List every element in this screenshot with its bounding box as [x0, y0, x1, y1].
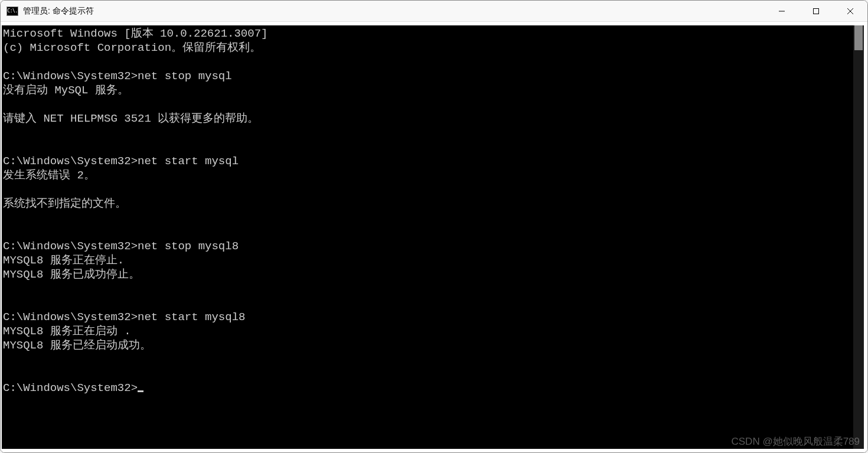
terminal-line: MYSQL8 服务正在停止.	[3, 253, 853, 268]
terminal-line: 没有启动 MySQL 服务。	[3, 83, 853, 97]
terminal-line	[3, 353, 853, 367]
titlebar[interactable]: C:\. 管理员: 命令提示符	[1, 1, 867, 22]
terminal-line: MYSQL8 服务正在启动 .	[3, 324, 853, 338]
terminal-line: Microsoft Windows [版本 10.0.22621.3007]	[3, 27, 853, 41]
terminal-line	[3, 211, 853, 225]
terminal-line: MYSQL8 服务已经启动成功。	[3, 338, 853, 353]
terminal-line	[3, 97, 853, 112]
maximize-icon	[812, 8, 820, 15]
terminal-container: Microsoft Windows [版本 10.0.22621.3007](c…	[1, 22, 867, 452]
command-prompt-window: C:\. 管理员: 命令提示符 Microsoft Windows [版本 10…	[0, 0, 868, 453]
terminal-line: C:\Windows\System32>net stop mysql8	[3, 239, 853, 253]
titlebar-left: C:\. 管理员: 命令提示符	[1, 6, 94, 17]
terminal-line: 系统找不到指定的文件。	[3, 197, 853, 211]
terminal-line	[3, 126, 853, 140]
close-icon	[847, 8, 854, 15]
window-title: 管理员: 命令提示符	[23, 6, 94, 17]
terminal-line	[3, 282, 853, 296]
cursor	[138, 390, 143, 392]
terminal-line	[3, 140, 853, 154]
terminal-line: 发生系统错误 2。	[3, 168, 853, 182]
window-controls	[765, 1, 867, 21]
minimize-button[interactable]	[765, 1, 799, 21]
terminal-line	[3, 296, 853, 310]
terminal-line: MYSQL8 服务已成功停止。	[3, 268, 853, 282]
terminal-line: 请键入 NET HELPMSG 3521 以获得更多的帮助。	[3, 112, 853, 126]
terminal-line	[3, 367, 853, 381]
terminal-line: C:\Windows\System32>net start mysql8	[3, 310, 853, 324]
terminal-line	[3, 182, 853, 197]
close-button[interactable]	[833, 1, 867, 21]
minimize-icon	[778, 8, 785, 15]
terminal-line: (c) Microsoft Corporation。保留所有权利。	[3, 41, 853, 55]
cmd-icon: C:\.	[6, 6, 18, 16]
terminal-line: C:\Windows\System32>net start mysql	[3, 154, 853, 168]
terminal-prompt[interactable]: C:\Windows\System32>	[3, 381, 853, 395]
terminal-output[interactable]: Microsoft Windows [版本 10.0.22621.3007](c…	[2, 25, 853, 449]
prompt-text: C:\Windows\System32>	[3, 382, 138, 395]
maximize-button[interactable]	[799, 1, 833, 21]
terminal-line	[3, 55, 853, 69]
svg-rect-1	[814, 8, 819, 14]
scrollbar-track[interactable]	[853, 25, 864, 449]
terminal-line: C:\Windows\System32>net stop mysql	[3, 69, 853, 83]
scrollbar-thumb[interactable]	[854, 25, 863, 50]
terminal-line	[3, 225, 853, 239]
